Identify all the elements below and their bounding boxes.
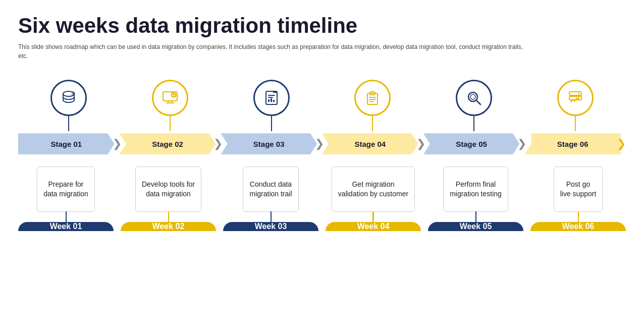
icon-line-4 [372,116,373,131]
icon-slot-1: ≡ [18,76,120,131]
page-title: Six weeks data migration timeline [18,14,626,37]
week-badge-4: Week 04 [326,222,421,231]
icon-line-2 [170,116,171,131]
col-2: Develop tools for data migration Week 02 [121,166,216,231]
icon-slot-2 [120,76,221,131]
stage-06-icon-circle [557,80,594,116]
clipboard-icon [363,88,382,107]
document-chart-icon [262,88,281,107]
stage-01-icon-circle: ≡ [50,80,87,116]
desc-line-1 [66,211,67,221]
stage-pill-4: Stage 04 [322,133,418,154]
svg-rect-6 [266,91,277,104]
arrow-2: ❯ [213,137,223,150]
svg-rect-8 [271,98,272,102]
icon-slot-6 [524,76,626,131]
desc-box-4: Get migration validation by customer [332,166,415,212]
monitor-gear-icon [160,88,180,108]
svg-rect-12 [371,93,374,94]
week-badge-1: Week 01 [18,222,114,231]
arrow-1: ❯ [113,137,122,150]
arrow-4: ❯ [416,137,425,150]
slide: Six weeks data migration timeline This s… [0,0,644,333]
icon-slot-3 [221,76,322,131]
svg-rect-9 [273,100,275,102]
desc-line-4 [372,211,373,221]
svg-point-18 [578,93,579,94]
arrow-end: ❯ [617,137,626,150]
desc-box-1: Prepare for data migration [37,166,95,212]
desc-line-2 [168,211,169,221]
week-badge-3: Week 03 [223,222,318,231]
desc-box-5: Perform final migration testing [443,166,508,212]
desc-box-2: Develop tools for data migration [135,166,201,212]
desc-line-6 [578,211,579,221]
stage-pill-6: Stage 06 [524,133,621,154]
stage-04-icon-circle [354,80,391,116]
week-badge-2: Week 02 [121,222,216,231]
subtitle: This slide shows roadmap which can be us… [18,42,533,61]
stage-03-icon-circle [253,80,290,116]
col-5: Perform final migration testing Week 05 [428,166,523,231]
server-chart-icon [566,88,585,107]
search-icon [464,88,484,107]
svg-rect-7 [268,99,270,102]
svg-point-5 [173,94,175,96]
week-badge-5: Week 05 [428,222,523,231]
stage-pill-1: Stage 01 [18,133,115,154]
col-3: Conduct data migration trail Week 03 [223,166,318,231]
stage-pill-5: Stage 05 [423,133,520,154]
database-icon: ≡ [59,88,78,107]
col-1: Prepare for data migration Week 01 [18,166,114,231]
icon-line-5 [473,116,474,131]
col-4: Get migration validation by customer Wee… [326,166,421,231]
arrow-3: ❯ [315,137,324,150]
stage-pill-2: Stage 02 [120,133,216,154]
stage-05-icon-circle [456,80,492,116]
stages-row: Stage 01 ❯ Stage 02 ❯ Stage 03 ❯ Stage 0… [18,131,626,156]
desc-line-5 [475,211,476,221]
svg-line-14 [476,100,480,104]
desc-line-3 [271,211,272,221]
svg-text:≡: ≡ [72,92,74,95]
icon-line-1 [68,116,69,131]
week-badge-6: Week 06 [530,222,626,231]
col-6: Post go live support Week 06 [530,166,626,231]
arrow-5: ❯ [517,137,526,150]
icons-row: ≡ [18,76,626,131]
svg-point-15 [470,94,475,99]
desc-box-3: Conduct data migration trail [243,166,298,212]
icon-slot-5 [423,76,525,131]
icon-slot-4 [322,76,423,131]
icon-line-3 [271,116,272,131]
timeline: ≡ [18,76,626,231]
desc-box-6: Post go live support [554,166,603,212]
stage-pill-3: Stage 03 [221,133,317,154]
icon-line-6 [575,116,576,131]
desc-and-weeks: Prepare for data migration Week 01 Devel… [18,166,626,231]
stage-02-icon-circle [152,80,188,116]
